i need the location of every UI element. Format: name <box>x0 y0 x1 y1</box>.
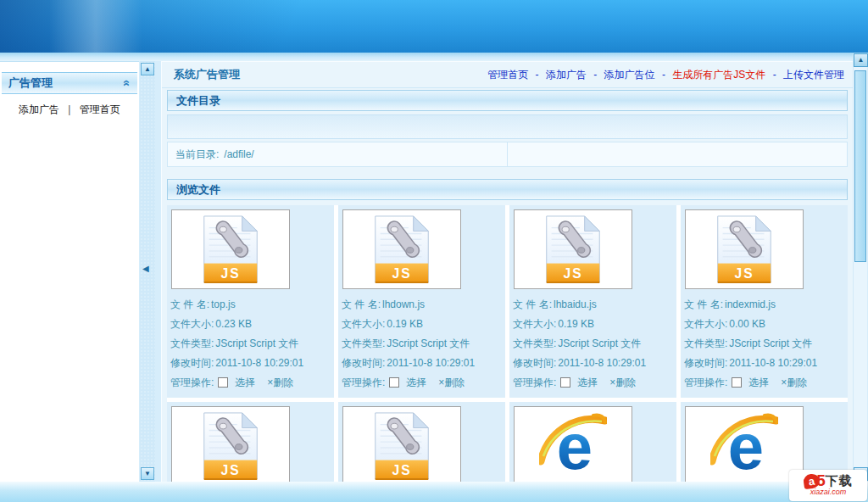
file-thumbnail[interactable]: JS e <box>685 209 804 289</box>
scrollbar-thumb[interactable] <box>854 70 866 262</box>
file-type-value: JScript Script 文件 <box>729 337 812 349</box>
sidebar: 广告管理 « 添加广告 | 管理首页 <box>0 61 139 482</box>
file-type-label: 文件类型: <box>170 337 214 349</box>
nav-link-add-ad[interactable]: 添加广告 <box>546 69 587 81</box>
nav-link-add-ad-slot[interactable]: 添加广告位 <box>604 69 655 81</box>
app-header-banner <box>0 0 868 53</box>
page-title: 系统广告管理 <box>174 67 240 82</box>
sidebar-scroll-up-button[interactable]: ▲ <box>141 63 154 75</box>
nav-separator: - <box>593 69 597 81</box>
file-type-icon: JS e <box>371 215 432 284</box>
file-modified-label: 修改时间: <box>170 357 214 369</box>
file-type-value: JScript Script 文件 <box>558 337 641 349</box>
file-type-value: JScript Script 文件 <box>215 337 298 349</box>
file-type-icon: JS e <box>200 411 261 481</box>
file-modified-value: 2011-10-8 10:29:01 <box>558 357 646 369</box>
select-checkbox[interactable] <box>560 377 570 388</box>
footer-bar <box>0 482 868 502</box>
sidebar-splitter[interactable]: ▲ ◀ ▼ <box>140 61 155 482</box>
svg-text:JS: JS <box>392 463 412 477</box>
file-actions-label: 管理操作: <box>342 376 385 388</box>
main-panel: 系统广告管理 管理首页 - 添加广告 - 添加广告位 - 生成所有广告JS文件 … <box>161 61 853 482</box>
directory-listing-empty-row <box>167 114 848 139</box>
nav-link-admin-home[interactable]: 管理首页 <box>487 69 528 81</box>
delete-link[interactable]: ×删除 <box>267 376 293 388</box>
file-size-value: 0.19 KB <box>387 318 423 330</box>
file-thumbnail[interactable]: JS e <box>171 406 290 482</box>
file-card-partial: JS e <box>509 402 676 482</box>
scroll-up-button[interactable]: ▲ <box>854 53 868 67</box>
file-name-value: lhdown.js <box>382 298 425 310</box>
file-type-value: JScript Script 文件 <box>387 337 470 349</box>
delete-link[interactable]: ×删除 <box>609 376 636 388</box>
sidebar-item-separator: | <box>68 103 70 115</box>
nav-link-upload-manager[interactable]: 上传文件管理 <box>783 69 844 81</box>
file-thumbnail[interactable]: JS e <box>514 406 632 482</box>
file-actions-label: 管理操作: <box>170 376 214 388</box>
file-name-value: top.js <box>211 298 236 310</box>
file-type-icon: JS e <box>200 215 261 284</box>
file-type-label: 文件类型: <box>342 337 385 349</box>
file-modified-value: 2011-10-8 10:29:01 <box>215 357 303 369</box>
select-label: 选择 <box>748 376 769 388</box>
sidebar-menu: 添加广告 | 管理首页 <box>0 94 139 117</box>
section-header-file-directory: 文件目录 <box>167 90 848 111</box>
file-card-partial: JS e <box>167 402 334 482</box>
file-type-label: 文件类型: <box>513 337 556 349</box>
collapse-panel-icon[interactable]: « <box>117 80 137 86</box>
file-type-icon: JS e <box>542 215 604 284</box>
splitter-collapse-left-icon[interactable]: ◀ <box>142 264 149 273</box>
file-type-icon: JS e <box>710 412 778 480</box>
a5-download-watermark[interactable]: a 5 下载 xiazai.com <box>789 470 867 501</box>
nav-link-generate-js[interactable]: 生成所有广告JS文件 <box>672 69 765 81</box>
delete-link[interactable]: ×删除 <box>438 376 465 388</box>
watermark-brand-text: 下载 <box>826 473 853 489</box>
file-actions-label: 管理操作: <box>513 376 556 388</box>
file-name-value: indexmid.js <box>725 298 776 310</box>
select-checkbox[interactable] <box>732 377 742 388</box>
select-label: 选择 <box>235 376 255 388</box>
file-thumbnail[interactable]: JS e <box>171 209 290 289</box>
svg-text:JS: JS <box>564 266 583 281</box>
file-modified-label: 修改时间: <box>513 357 556 369</box>
sidebar-title: 广告管理 <box>8 73 53 93</box>
file-card: JS e 文 件 名:indexmid.js 文件大小:0.00 KB 文件类型… <box>681 205 848 398</box>
delete-link[interactable]: ×删除 <box>781 376 807 388</box>
current-directory-label: 当前目录: <box>175 148 219 162</box>
file-size-label: 文件大小: <box>684 318 727 330</box>
sidebar-item-admin-home[interactable]: 管理首页 <box>80 103 120 115</box>
select-label: 选择 <box>577 376 598 388</box>
section-title: 文件目录 <box>176 94 220 107</box>
file-name-label: 文 件 名: <box>170 298 209 310</box>
nav-separator: - <box>536 69 539 81</box>
current-directory-value: /adfile/ <box>224 148 253 160</box>
file-thumbnail[interactable]: JS e <box>685 406 804 482</box>
file-modified-value: 2011-10-8 10:29:01 <box>387 357 475 369</box>
file-name-value: lhbaidu.js <box>554 298 597 310</box>
file-type-icon: JS e <box>371 411 432 481</box>
svg-text:JS: JS <box>735 266 754 281</box>
current-directory-cell: 当前目录: /adfile/ <box>168 142 508 166</box>
svg-text:JS: JS <box>221 463 241 477</box>
file-type-label: 文件类型: <box>684 337 727 349</box>
file-name-label: 文 件 名: <box>684 298 723 310</box>
file-thumbnail[interactable]: JS e <box>342 406 461 482</box>
sidebar-item-add-ad[interactable]: 添加广告 <box>19 103 59 115</box>
main-scrollbar[interactable]: ▲ ▼ <box>853 53 867 482</box>
svg-text:JS: JS <box>392 266 412 281</box>
top-nav-links: 管理首页 - 添加广告 - 添加广告位 - 生成所有广告JS文件 - 上传文件管… <box>487 68 844 82</box>
sidebar-scroll-down-button[interactable]: ▼ <box>141 467 154 480</box>
file-card: JS e 文 件 名:top.js 文件大小:0.23 KB 文件类型:JScr… <box>167 205 334 398</box>
file-grid: JS e 文 件 名:top.js 文件大小:0.23 KB 文件类型:JScr… <box>167 205 848 482</box>
file-name-label: 文 件 名: <box>342 298 381 310</box>
main-title-row: 系统广告管理 管理首页 - 添加广告 - 添加广告位 - 生成所有广告JS文件 … <box>162 62 853 88</box>
file-size-label: 文件大小: <box>170 318 214 330</box>
file-thumbnail[interactable]: JS e <box>342 209 461 289</box>
file-thumbnail[interactable]: JS e <box>514 209 632 289</box>
file-card: JS e 文 件 名:lhbaidu.js 文件大小:0.19 KB 文件类型:… <box>509 205 676 398</box>
select-checkbox[interactable] <box>389 377 399 388</box>
svg-text:JS: JS <box>221 266 241 281</box>
nav-separator: - <box>662 69 665 81</box>
select-checkbox[interactable] <box>218 377 228 388</box>
file-type-icon: JS e <box>714 215 775 284</box>
